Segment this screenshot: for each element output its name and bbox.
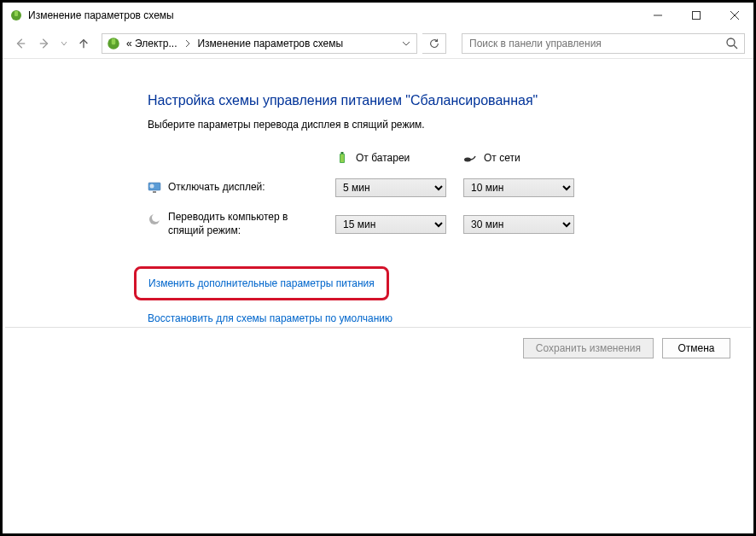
close-button[interactable]: [715, 3, 753, 28]
row-display-off: Отключать дисплей:: [148, 181, 318, 195]
row-sleep: Переводить компьютер в спящий режим:: [148, 211, 318, 237]
battery-icon: [335, 151, 349, 165]
column-header-plugged: От сети: [463, 151, 574, 165]
plug-icon: [463, 151, 477, 165]
highlight-annotation: Изменить дополнительные параметры питани…: [134, 266, 389, 300]
page-heading: Настройка схемы управления питанием "Сба…: [148, 93, 753, 108]
svg-point-21: [152, 213, 160, 222]
history-dropdown[interactable]: [59, 40, 69, 47]
sleep-plugged-select[interactable]: 30 мин: [463, 215, 574, 234]
monitor-icon: [148, 181, 161, 195]
svg-rect-14: [341, 152, 344, 154]
svg-point-11: [727, 38, 735, 46]
svg-rect-10: [112, 38, 116, 44]
links-area: Изменить дополнительные параметры питани…: [148, 266, 753, 324]
column-header-battery: От батареи: [335, 151, 446, 165]
chevron-right-icon: [182, 39, 194, 48]
up-button[interactable]: [74, 34, 93, 53]
search-icon: [725, 37, 739, 50]
sleep-battery-select[interactable]: 15 мин: [335, 215, 446, 234]
row-label-display: Отключать дисплей:: [168, 181, 265, 195]
titlebar: Изменение параметров схемы: [3, 3, 753, 28]
back-button[interactable]: [11, 34, 30, 53]
window-controls: [638, 3, 753, 28]
content-area: Настройка схемы управления питанием "Сба…: [3, 59, 753, 324]
svg-point-16: [464, 158, 471, 162]
save-button[interactable]: Сохранить изменения: [523, 338, 654, 358]
minimize-button[interactable]: [638, 3, 677, 28]
search-input[interactable]: [468, 37, 725, 50]
advanced-settings-link[interactable]: Изменить дополнительные параметры питани…: [148, 277, 375, 289]
power-options-icon: [9, 9, 23, 22]
maximize-button[interactable]: [677, 3, 715, 28]
moon-icon: [148, 213, 161, 226]
breadcrumb[interactable]: « Электр... Изменение параметров схемы: [102, 33, 417, 54]
refresh-button[interactable]: [422, 33, 446, 54]
breadcrumb-seg-2[interactable]: Изменение параметров схемы: [194, 34, 348, 53]
cancel-button[interactable]: Отмена: [662, 338, 730, 358]
forward-button[interactable]: [35, 34, 54, 53]
row-label-sleep: Переводить компьютер в спящий режим:: [168, 211, 318, 237]
svg-rect-19: [153, 191, 156, 193]
search-box[interactable]: [462, 33, 745, 54]
svg-line-12: [734, 45, 737, 49]
column-label-battery: От батареи: [356, 152, 410, 164]
svg-rect-3: [692, 12, 700, 20]
breadcrumb-dropdown[interactable]: [398, 40, 415, 47]
footer-buttons: Сохранить изменения Отмена: [5, 327, 751, 358]
column-label-plugged: От сети: [484, 152, 520, 164]
display-off-plugged-select[interactable]: 10 мин: [463, 178, 574, 197]
nav-toolbar: « Электр... Изменение параметров схемы: [3, 28, 753, 59]
window-title: Изменение параметров схемы: [28, 9, 638, 21]
display-off-battery-select[interactable]: 5 мин: [335, 178, 446, 197]
power-plan-icon: [106, 36, 121, 51]
svg-rect-1: [15, 11, 18, 16]
page-subtext: Выберите параметры перевода дисплея в сп…: [148, 119, 753, 131]
restore-defaults-link[interactable]: Восстановить для схемы параметры по умол…: [148, 312, 393, 324]
breadcrumb-seg-1[interactable]: « Электр...: [123, 34, 182, 53]
svg-rect-15: [340, 154, 344, 162]
svg-point-18: [150, 184, 154, 189]
